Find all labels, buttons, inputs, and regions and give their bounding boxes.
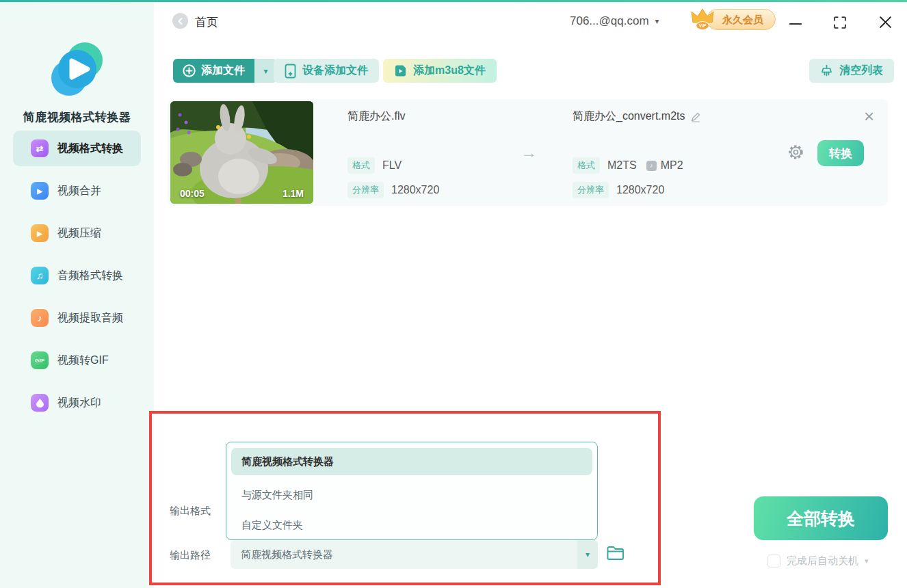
chevron-down-icon: ▾: [655, 16, 659, 26]
chevron-down-icon: ▾: [586, 550, 590, 559]
arrow-right-icon: →: [521, 143, 537, 162]
output-format-value: M2TS: [607, 159, 637, 172]
sidebar-item-video-watermark[interactable]: 视频水印: [13, 385, 141, 420]
output-path-dropdown-toggle[interactable]: ▾: [577, 540, 598, 569]
chevron-down-icon: ▾: [263, 66, 267, 76]
sidebar-menu: ⇄ 视频格式转换 ▶ 视频合并 ▶ 视频压缩 ♫ 音频格式转换 ♪ 视频提取音频…: [0, 131, 154, 427]
file-list-item: 00:05 1.1M 简鹿办公.flv 格式 FLV 分辨率 1280x720 …: [168, 99, 888, 206]
convert-button[interactable]: 转换: [817, 140, 864, 166]
app-window: 简鹿视频格式转换器 ⇄ 视频格式转换 ▶ 视频合并 ▶ 视频压缩 ♫ 音频格式转…: [0, 0, 907, 588]
remove-file-button[interactable]: ×: [864, 107, 874, 125]
window-close-button[interactable]: [877, 14, 893, 30]
back-button[interactable]: [172, 13, 188, 29]
convert-all-button[interactable]: 全部转换: [754, 496, 888, 540]
audio-codec-icon: ♪: [646, 161, 657, 171]
video-convert-icon: ⇄: [31, 139, 49, 157]
item-settings-button[interactable]: [787, 143, 805, 164]
source-filename: 简鹿办公.flv: [347, 109, 405, 124]
add-file-button[interactable]: 添加文件: [173, 59, 254, 83]
sidebar-item-video-convert[interactable]: ⇄ 视频格式转换: [13, 131, 141, 166]
folder-icon: [606, 545, 625, 561]
resolution-tag: 分辨率: [573, 182, 609, 198]
sidebar-item-video-compress[interactable]: ▶ 视频压缩: [13, 215, 141, 251]
account-menu[interactable]: 706...@qq.com ▾: [570, 14, 659, 28]
format-tag: 格式: [347, 157, 375, 174]
sidebar: 简鹿视频格式转换器 ⇄ 视频格式转换 ▶ 视频合并 ▶ 视频压缩 ♫ 音频格式转…: [0, 2, 154, 588]
back-arrow-icon: [176, 17, 185, 25]
video-filesize: 1.1M: [282, 188, 304, 199]
output-path-field: ▾: [231, 540, 598, 569]
video-file-icon: [394, 64, 407, 77]
close-icon: [879, 16, 892, 29]
sidebar-item-video-merge[interactable]: ▶ 视频合并: [13, 173, 141, 209]
output-path-input[interactable]: [231, 540, 598, 569]
clear-list-button[interactable]: 清空列表: [809, 59, 894, 83]
app-logo: 简鹿视频格式转换器: [0, 38, 154, 125]
output-audio-codec: MP2: [661, 159, 683, 172]
output-filename: 简鹿办公_convert.m2ts: [573, 109, 685, 124]
dropdown-option[interactable]: 自定义文件夹: [226, 515, 597, 535]
output-resolution-value: 1280x720: [616, 184, 664, 196]
output-path-label: 输出路径: [170, 549, 211, 562]
dropdown-option-selected[interactable]: 简鹿视频格式转换器: [231, 448, 592, 475]
source-format-value: FLV: [382, 159, 402, 172]
phone-icon: [285, 64, 296, 79]
broom-icon: [820, 64, 833, 77]
video-merge-icon: ▶: [31, 182, 49, 200]
vip-badge[interactable]: VIP 永久会员: [688, 7, 776, 31]
video-compress-icon: ▶: [31, 224, 49, 242]
extract-audio-icon: ♪: [31, 309, 49, 327]
gear-icon: [787, 143, 805, 161]
add-m3u8-button[interactable]: 添加m3u8文件: [383, 59, 497, 83]
browse-folder-button[interactable]: [606, 545, 625, 564]
format-tag: 格式: [573, 157, 600, 174]
app-title: 简鹿视频格式转换器: [0, 109, 154, 125]
vip-label: 永久会员: [707, 9, 776, 30]
source-resolution-value: 1280x720: [391, 184, 439, 196]
shutdown-checkbox[interactable]: [767, 554, 780, 567]
output-format-label: 输出格式: [170, 505, 211, 518]
edit-pencil-icon[interactable]: [690, 111, 701, 122]
output-path-dropdown: 简鹿视频格式转换器 与源文件夹相同 自定义文件夹: [226, 442, 598, 540]
audio-convert-icon: ♫: [31, 267, 49, 284]
dropdown-option[interactable]: 与源文件夹相同: [226, 485, 597, 505]
account-email: 706...@qq.com: [570, 14, 649, 28]
shutdown-after-done-option: 完成后自动关机 ▾: [767, 554, 869, 567]
plus-circle-icon: [183, 64, 196, 77]
video-thumbnail[interactable]: 00:05 1.1M: [170, 101, 313, 204]
resolution-tag: 分辨率: [347, 182, 384, 198]
crown-icon: VIP: [688, 7, 717, 31]
window-maximize-button[interactable]: [832, 15, 847, 30]
window-minimize-button[interactable]: [788, 16, 803, 31]
sidebar-item-video-to-gif[interactable]: GIF 视频转GIF: [13, 343, 141, 378]
device-add-file-button[interactable]: 设备添加文件: [274, 59, 379, 83]
sidebar-item-audio-convert[interactable]: ♫ 音频格式转换: [13, 258, 141, 293]
svg-text:VIP: VIP: [699, 23, 707, 28]
video-to-gif-icon: GIF: [31, 351, 49, 369]
sidebar-item-extract-audio[interactable]: ♪ 视频提取音频: [13, 300, 141, 336]
shutdown-label: 完成后自动关机: [787, 554, 858, 567]
app-logo-icon: [44, 38, 109, 103]
video-watermark-icon: [31, 394, 49, 412]
add-file-split-button: 添加文件 ▾: [173, 59, 277, 83]
video-duration: 00:05: [180, 188, 205, 199]
page-title: 首页: [195, 14, 218, 30]
chevron-down-icon[interactable]: ▾: [865, 557, 869, 565]
minimize-icon: [789, 23, 802, 25]
maximize-icon: [834, 16, 846, 29]
